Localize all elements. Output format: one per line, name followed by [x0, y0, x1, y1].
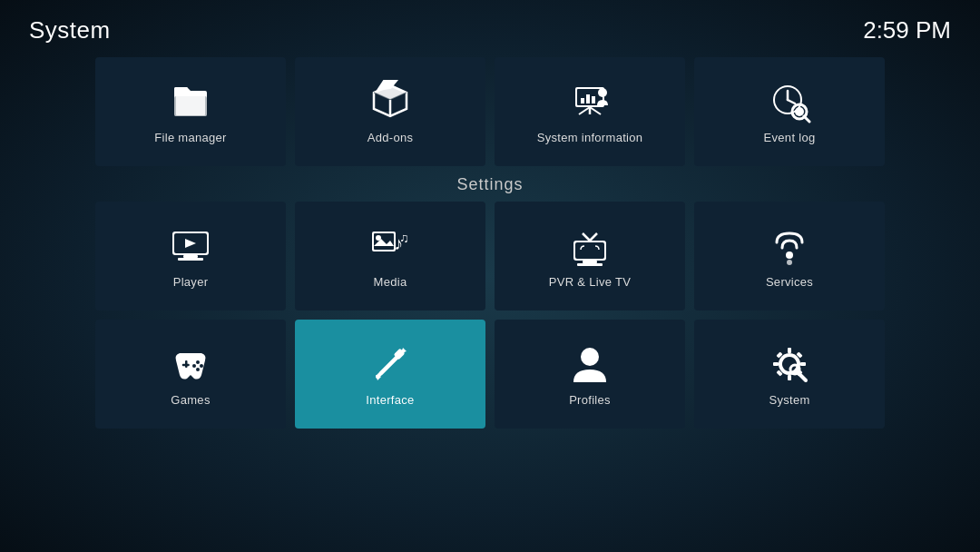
svg-point-38 — [786, 251, 793, 259]
tile-add-ons[interactable]: Add-ons — [295, 57, 485, 166]
file-manager-icon — [169, 80, 212, 123]
svg-rect-7 — [581, 98, 584, 104]
tile-event-log[interactable]: Event log — [694, 57, 885, 166]
settings-row-2: Games Interface Profiles — [0, 320, 980, 429]
svg-point-45 — [196, 368, 200, 371]
tile-interface[interactable]: Interface — [295, 320, 485, 429]
pvr-live-tv-icon — [568, 224, 612, 268]
svg-line-48 — [381, 351, 403, 373]
tile-profiles-label: Profiles — [569, 393, 611, 407]
tile-system-information-label: System information — [537, 131, 643, 144]
interface-icon — [368, 342, 412, 386]
svg-text:♫: ♫ — [399, 231, 409, 245]
settings-row-1: Player ♪ ♫ Media PVR & Live TV — [0, 202, 980, 310]
tile-event-log-label: Event log — [764, 131, 816, 144]
tile-file-manager-label: File manager — [154, 131, 226, 144]
tile-games[interactable]: Games — [95, 320, 286, 429]
tile-interface-label: Interface — [366, 393, 414, 407]
tile-system-information[interactable]: System information — [495, 57, 685, 166]
tile-games-label: Games — [171, 393, 210, 407]
tile-system-label: System — [769, 393, 809, 407]
tile-profiles[interactable]: Profiles — [495, 320, 685, 429]
svg-rect-36 — [583, 261, 597, 263]
tile-pvr-live-tv-label: PVR & Live TV — [549, 275, 631, 289]
svg-rect-35 — [575, 242, 604, 259]
svg-point-13 — [598, 88, 607, 97]
svg-rect-9 — [592, 96, 595, 104]
svg-point-42 — [196, 360, 200, 364]
services-icon — [768, 224, 811, 268]
svg-rect-37 — [577, 263, 603, 266]
svg-line-12 — [590, 107, 601, 114]
svg-point-51 — [581, 348, 599, 366]
svg-rect-53 — [788, 348, 791, 353]
player-icon — [169, 224, 212, 268]
tile-add-ons-label: Add-ons — [368, 131, 414, 144]
svg-point-19 — [795, 107, 804, 116]
svg-point-39 — [787, 260, 792, 265]
settings-section-label: Settings — [0, 175, 980, 194]
svg-point-43 — [200, 364, 203, 368]
tile-system[interactable]: System — [694, 320, 885, 429]
svg-rect-54 — [788, 375, 791, 380]
system-icon — [768, 342, 811, 386]
tile-services[interactable]: Services — [694, 202, 885, 310]
svg-rect-8 — [586, 94, 590, 104]
system-information-icon — [568, 80, 612, 123]
event-log-icon — [768, 80, 811, 123]
tile-services-label: Services — [766, 275, 813, 289]
clock: 2:59 PM — [863, 16, 951, 44]
top-tiles-row: File manager Add-ons — [0, 57, 980, 166]
tile-media-label: Media — [374, 275, 407, 289]
svg-line-32 — [583, 233, 590, 241]
tile-media[interactable]: ♪ ♫ Media — [295, 202, 485, 310]
games-icon — [169, 342, 212, 386]
media-icon: ♪ ♫ — [368, 224, 412, 268]
svg-rect-24 — [183, 255, 198, 258]
profiles-icon — [568, 342, 612, 386]
svg-rect-25 — [178, 258, 203, 261]
svg-rect-55 — [773, 362, 779, 366]
add-ons-icon — [368, 80, 412, 123]
tile-player[interactable]: Player — [95, 202, 286, 310]
svg-line-20 — [804, 116, 809, 122]
header: System 2:59 PM — [0, 0, 980, 54]
svg-point-44 — [192, 364, 196, 368]
svg-rect-56 — [800, 362, 806, 366]
svg-line-11 — [579, 107, 590, 114]
svg-line-33 — [590, 233, 597, 241]
tile-player-label: Player — [173, 275, 209, 289]
tile-file-manager[interactable]: File manager — [95, 57, 286, 166]
page-title: System — [29, 16, 111, 44]
svg-rect-41 — [182, 363, 190, 366]
tile-pvr-live-tv[interactable]: PVR & Live TV — [495, 202, 685, 310]
